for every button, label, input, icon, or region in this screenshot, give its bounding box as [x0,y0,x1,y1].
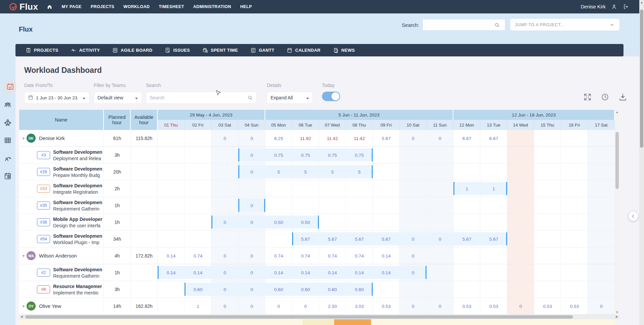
calendar-icon [287,47,292,53]
tab-calendar[interactable]: CALENDAR [287,47,320,53]
date-range-picker[interactable]: 1 Jun 23 - 30 Jun 23 [24,92,89,104]
spent-time-icon [202,47,208,53]
tab-agile-board[interactable]: AGILE BOARD [112,47,152,53]
table-body: ▾DKDenise Kirk61h115.82h006.2511.9211.42… [19,130,615,315]
tab-activity[interactable]: ACTIVITY [71,47,100,53]
workload-value: 0.53 [534,304,561,309]
sidebar-item-hierarchy[interactable] [4,119,12,127]
fullscreen-icon[interactable] [583,93,592,101]
workload-value: 0 [211,220,238,225]
bar-resize-handle-icon[interactable]: ⋮ [369,152,374,157]
workload-value: 0.50 [265,220,292,225]
expand-caret-icon[interactable]: ▾ [23,304,25,309]
menu-item-my-page[interactable]: MY PAGE [62,4,81,9]
day-cell [400,281,427,297]
issue-badge[interactable]: #26 [37,168,50,176]
home-icon[interactable] [47,4,52,10]
scrollbar-thumb[interactable] [25,315,573,319]
user-icon[interactable] [611,4,617,10]
workload-value: 0.14 [373,270,400,275]
issue-badge[interactable]: #54 [37,235,50,243]
scrollbar-thumb[interactable] [640,9,643,148]
history-icon[interactable] [601,93,609,101]
page-scrollbar[interactable]: ▲ [639,0,644,325]
jump-to-project-select[interactable]: JUMP TO A PROJECT... [510,19,619,31]
bar-resize-handle-icon[interactable]: ⋮ [262,203,266,208]
expand-caret-icon[interactable]: ▾ [23,136,25,141]
search-icon[interactable] [247,95,253,101]
current-user[interactable]: Denise Kirk [581,4,606,9]
user-name: Denise Kirk [39,135,65,141]
menu-item-administration[interactable]: ADMINISTRATION [193,4,231,9]
tab-news[interactable]: NEWS [333,47,355,53]
bar-resize-handle-icon[interactable]: ⋮ [423,270,428,275]
task-title: Software Developmen [53,267,102,272]
day-cell [373,214,400,230]
today-toggle[interactable] [322,92,340,101]
workload-value: 0.75 [346,152,373,157]
workload-value: 0.60 [292,287,319,292]
table-search-input[interactable] [150,95,247,100]
scrollbar-thumb[interactable] [615,132,619,189]
bar-resize-handle-icon[interactable]: ⋮ [369,287,374,292]
tab-spent-time[interactable]: SPENT TIME [202,47,238,53]
app-logo[interactable]: Flux [9,2,38,12]
day-cell [400,180,427,197]
user-row: ▾OYOlive Yew14h162.82h100002.503.030.530… [19,298,615,315]
day-header: 13 Tue [480,120,507,130]
task-title: Software Developmen [53,166,102,172]
gantt-icon [250,47,256,53]
menu-item-timesheet[interactable]: TIMESHEET [159,4,184,9]
bar-resize-handle-icon[interactable]: ⋮ [504,236,508,241]
sidebar-item-workload[interactable] [4,81,16,93]
day-cell [373,147,400,163]
bar-resize-handle-icon[interactable]: ⋮ [504,186,508,191]
menu-item-help[interactable]: HELP [240,4,252,9]
day-cell [427,214,453,230]
table-vertical-scrollbar[interactable]: ▲ ▼ [615,110,619,315]
details-select[interactable]: Expand All [267,92,313,104]
day-cell [400,164,427,180]
workload-value: 0.14 [292,270,319,275]
day-cell [265,180,292,197]
issue-badge[interactable]: #36 [37,218,50,226]
issue-badge[interactable]: #3 [37,151,50,159]
table-horizontal-scrollbar[interactable]: ◀ ▶ [19,315,619,319]
issue-badge[interactable]: #33 [37,185,50,193]
sidebar-item-performance[interactable] [4,154,12,162]
filter-search: Search [146,83,257,104]
issue-badge[interactable]: #2 [37,269,50,277]
bar-resize-handle-icon[interactable]: ⋮ [316,220,320,225]
issue-badge[interactable]: #6 [37,285,50,293]
expand-caret-icon[interactable]: ▾ [23,253,25,258]
menu-item-workload[interactable]: WORKLOAD [123,4,150,9]
day-cell [507,130,534,146]
day-cell [561,264,588,281]
global-search-input[interactable] [423,19,505,30]
sidebar-item-teams[interactable] [4,101,12,109]
task-row: #6Resource ManagemerImplement the mentio… [19,281,615,298]
menu-item-projects[interactable]: PROJECTS [91,4,115,9]
tab-issues[interactable]: ISSUES [165,47,190,53]
day-cell [211,164,238,180]
collapse-panel-button[interactable] [629,212,638,221]
logout-icon[interactable] [622,4,629,10]
today-label: Today [322,83,340,88]
day-cell [319,180,346,197]
sidebar-item-grid[interactable] [4,136,12,144]
search-icon[interactable] [494,22,500,28]
teams-select[interactable]: Default view [94,92,142,104]
workload-value: 0.60 [185,287,211,292]
day-cell [292,197,319,214]
workload-value: 5.67 [373,236,400,241]
sidebar-item-planning[interactable] [4,172,12,180]
bar-resize-handle-icon[interactable]: ⋮ [369,169,374,174]
tab-projects[interactable]: PROJECTS [26,47,58,53]
workload-value: 3.03 [346,304,373,309]
workload-value: 5.67 [319,236,346,241]
download-icon[interactable] [618,93,627,101]
task-subtitle: Implement the mentio [53,290,104,295]
issue-badge[interactable]: #35 [37,201,50,210]
day-cell [507,247,534,264]
tab-gantt[interactable]: GANTT [250,47,274,53]
